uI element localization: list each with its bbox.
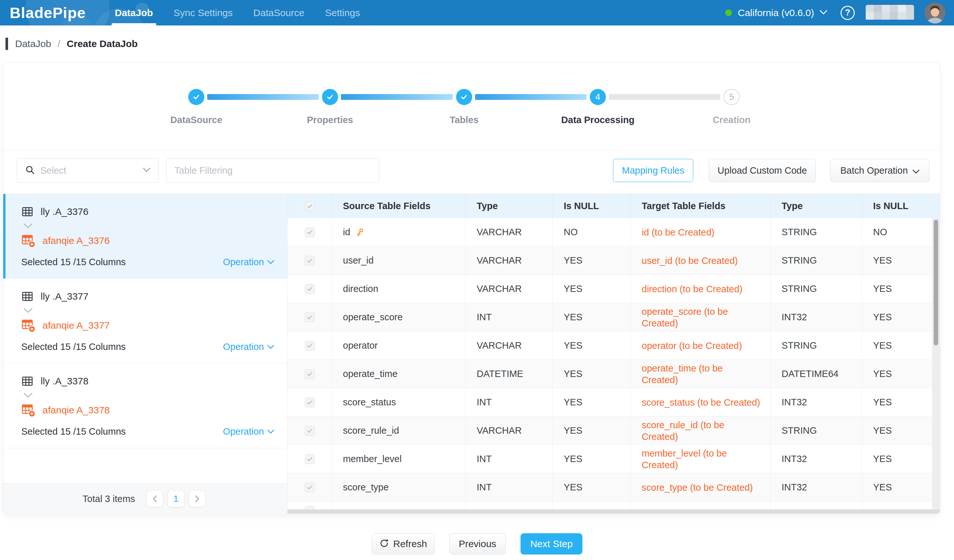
target-field-name[interactable]: direction (to be Created): [631, 275, 771, 303]
source-field-name: direction: [343, 283, 378, 294]
target-field-type: STRING: [771, 246, 862, 275]
target-field-type: INT32: [771, 388, 862, 416]
chevron-down-icon: [267, 345, 274, 349]
nav-item-sync-settings[interactable]: Sync Settings: [164, 0, 243, 25]
step-label: Properties: [275, 115, 385, 125]
row-checkbox[interactable]: [305, 369, 315, 379]
table-filter-input[interactable]: Table Filtering: [166, 158, 379, 183]
source-field-nullable: YES: [553, 331, 631, 359]
region-selector[interactable]: California (v0.6.0): [738, 8, 814, 19]
upload-custom-code-button[interactable]: Upload Custom Code: [709, 159, 816, 182]
avatar[interactable]: [924, 2, 946, 23]
select-all-checkbox[interactable]: [305, 201, 315, 211]
row-checkbox[interactable]: [305, 256, 315, 266]
step-properties: Properties: [275, 89, 385, 125]
target-field-name[interactable]: id (to be Created): [631, 218, 771, 246]
row-checkbox[interactable]: [305, 426, 315, 436]
horizontal-scrollbar[interactable]: [287, 509, 940, 513]
source-field-name: score_rule_id: [343, 425, 399, 436]
operation-label: Operation: [223, 342, 264, 352]
column-header-source-table-fields: Source Table Fields: [332, 194, 466, 218]
target-field-name[interactable]: score_rule_id (to be Created): [631, 417, 771, 445]
pagination-page-1[interactable]: 1: [168, 491, 184, 507]
chevron-down-icon: [912, 165, 920, 176]
chevron-down-icon: [143, 168, 151, 173]
source-field-nullable: YES: [553, 388, 631, 416]
table-pair-card[interactable]: lly .A_3377afanqie A_3377Selected 15 /15…: [3, 279, 287, 364]
step-label: Tables: [409, 115, 519, 125]
fields-table: Source Table FieldsTypeIs NULLTarget Tab…: [287, 194, 940, 513]
select-dropdown[interactable]: Select: [17, 158, 159, 183]
refresh-button[interactable]: Refresh: [372, 533, 435, 555]
next-step-button[interactable]: Next Step: [521, 533, 582, 555]
nav-item-datasource[interactable]: DataSource: [243, 0, 315, 25]
target-field-name[interactable]: operator (to be Created): [631, 331, 771, 359]
column-header-is-null: Is NULL: [553, 194, 631, 218]
mapping-rules-button[interactable]: Mapping Rules: [613, 159, 693, 182]
vertical-scrollbar-thumb[interactable]: [934, 220, 938, 345]
check-icon: [307, 428, 313, 434]
source-field-name: score_type: [343, 482, 389, 493]
step-number-circle: 4: [590, 89, 606, 105]
source-field-name: operate_time: [343, 369, 398, 379]
nav-item-settings[interactable]: Settings: [315, 0, 370, 25]
filter-placeholder: Table Filtering: [175, 165, 233, 176]
row-checkbox[interactable]: [305, 341, 315, 350]
row-checkbox[interactable]: [305, 227, 315, 237]
vertical-scrollbar[interactable]: [932, 218, 940, 509]
source-table-name: lly .A_3377: [41, 291, 88, 302]
column-header-type: Type: [466, 194, 553, 218]
chevron-down-icon: [267, 429, 274, 434]
target-field-type: INT32: [771, 303, 862, 331]
target-field-type: INT32: [771, 473, 862, 501]
help-icon[interactable]: ?: [840, 6, 855, 20]
mapping-chevron: [23, 308, 274, 314]
target-field-name[interactable]: operate_time (to be Created): [631, 360, 771, 388]
row-checkbox[interactable]: [305, 454, 315, 464]
nav-item-datajob[interactable]: DataJob: [104, 0, 163, 25]
target-field-nullable: YES: [862, 417, 940, 445]
step-check-circle: [456, 89, 472, 105]
pagination-prev-button[interactable]: [147, 491, 163, 507]
main-nav: DataJobSync SettingsDataSourceSettings: [104, 0, 370, 25]
operation-dropdown[interactable]: Operation: [223, 342, 274, 352]
chevron-down-icon[interactable]: [819, 10, 828, 16]
operation-dropdown[interactable]: Operation: [223, 426, 274, 437]
target-field-nullable: YES: [862, 445, 940, 473]
target-field-name[interactable]: member_level (to be Created): [631, 445, 771, 473]
target-field-name[interactable]: user_id (to be Created): [631, 246, 771, 275]
previous-button[interactable]: Previous: [449, 533, 506, 555]
pagination-next-button[interactable]: [189, 491, 205, 507]
batch-operation-button[interactable]: Batch Operation: [830, 159, 929, 182]
row-checkbox[interactable]: [305, 483, 315, 492]
source-table-name: lly .A_3378: [41, 376, 88, 387]
target-field-name[interactable]: score_type (to be Created): [631, 473, 771, 501]
mapping-chevron: [23, 392, 274, 399]
table-pair-card[interactable]: lly .A_3378afanqie A_3378Selected 15 /15…: [3, 364, 287, 448]
step-label: DataSource: [142, 115, 251, 125]
select-placeholder: Select: [40, 165, 143, 176]
check-icon: [307, 286, 313, 292]
row-checkbox[interactable]: [305, 313, 315, 322]
chevron-down-icon: [23, 308, 33, 313]
target-table-icon: [21, 403, 36, 417]
target-table-icon: [21, 318, 36, 333]
target-field-name[interactable]: operate_score (to be Created): [631, 303, 771, 331]
target-field-name[interactable]: score_status (to be Created): [631, 388, 771, 416]
source-table-name-row: lly .A_3377: [21, 290, 274, 303]
breadcrumb-parent[interactable]: DataJob: [15, 38, 51, 49]
row-checkbox[interactable]: [305, 284, 315, 294]
search-icon: [25, 165, 35, 176]
source-field-type: VARCHAR: [466, 331, 553, 359]
operation-dropdown[interactable]: Operation: [223, 257, 274, 268]
fields-table-header: Source Table FieldsTypeIs NULLTarget Tab…: [287, 194, 940, 218]
breadcrumb-accent-bar: [5, 38, 8, 50]
table-pair-card[interactable]: lly .A_3376afanqie A_3376Selected 15 /15…: [3, 194, 287, 279]
table-row: score_typeINTYESscore_type (to be Create…: [287, 473, 940, 502]
target-field-nullable: YES: [862, 303, 940, 331]
target-table-name: afanqie A_3376: [42, 235, 110, 246]
target-table-icon: [21, 233, 36, 248]
table-row: idVARCHARNOid (to be Created)STRINGNO: [287, 218, 940, 246]
row-checkbox[interactable]: [305, 398, 315, 407]
source-table-name-row: lly .A_3376: [21, 205, 274, 218]
